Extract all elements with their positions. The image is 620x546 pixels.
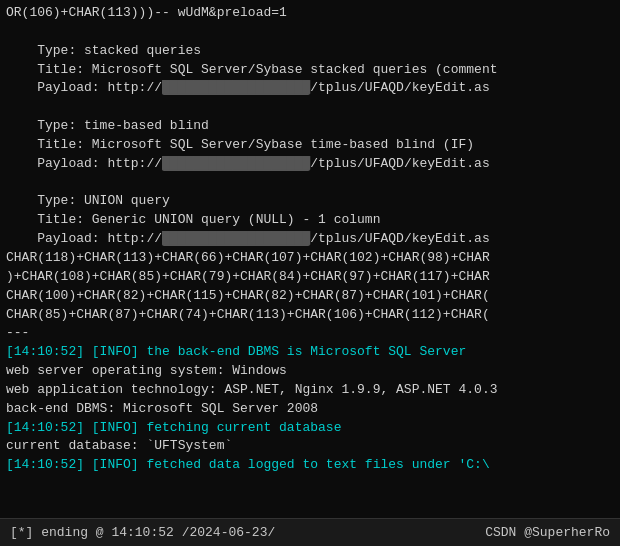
line-info-logged: [14:10:52] [INFO] fetched data logged to… bbox=[6, 456, 614, 475]
blurred-url-2: ███████████████████ bbox=[162, 156, 310, 171]
line-separator: --- bbox=[6, 324, 614, 343]
line-info-fetch-db: [14:10:52] [INFO] fetching current datab… bbox=[6, 419, 614, 438]
line-info-dbms: [14:10:52] [INFO] the back-end DBMS is M… bbox=[6, 343, 614, 362]
ending-text: [*] ending @ 14:10:52 /2024-06-23/ bbox=[10, 525, 275, 540]
line-char-4: CHAR(85)+CHAR(87)+CHAR(74)+CHAR(113)+CHA… bbox=[6, 306, 614, 325]
line-payload-stacked: Payload: http://███████████████████/tplu… bbox=[6, 79, 614, 98]
terminal-window: OR(106)+CHAR(113)))-- wUdM&preload=1 Typ… bbox=[0, 0, 620, 546]
line-char-1: CHAR(118)+CHAR(113)+CHAR(66)+CHAR(107)+C… bbox=[6, 249, 614, 268]
line-char-2: )+CHAR(108)+CHAR(85)+CHAR(79)+CHAR(84)+C… bbox=[6, 268, 614, 287]
line-type-union: Type: UNION query bbox=[6, 192, 614, 211]
line-blank-1 bbox=[6, 23, 614, 42]
line-title-stacked: Title: Microsoft SQL Server/Sybase stack… bbox=[6, 61, 614, 80]
watermark-text: CSDN @SuperherRo bbox=[485, 525, 610, 540]
line-backend-dbms: back-end DBMS: Microsoft SQL Server 2008 bbox=[6, 400, 614, 419]
line-1: OR(106)+CHAR(113)))-- wUdM&preload=1 bbox=[6, 4, 614, 23]
line-type-stacked: Type: stacked queries bbox=[6, 42, 614, 61]
line-app-tech: web application technology: ASP.NET, Ngi… bbox=[6, 381, 614, 400]
line-char-3: CHAR(100)+CHAR(82)+CHAR(115)+CHAR(82)+CH… bbox=[6, 287, 614, 306]
line-current-db: current database: `UFTSystem` bbox=[6, 437, 614, 456]
line-payload-timebased: Payload: http://███████████████████/tplu… bbox=[6, 155, 614, 174]
line-payload-union: Payload: http://███████████████████/tplu… bbox=[6, 230, 614, 249]
line-blank-3 bbox=[6, 174, 614, 193]
line-type-timebased: Type: time-based blind bbox=[6, 117, 614, 136]
terminal-content: OR(106)+CHAR(113)))-- wUdM&preload=1 Typ… bbox=[6, 4, 614, 494]
line-blank-2 bbox=[6, 98, 614, 117]
line-title-timebased: Title: Microsoft SQL Server/Sybase time-… bbox=[6, 136, 614, 155]
blurred-url-1: ███████████████████ bbox=[162, 80, 310, 95]
line-title-union: Title: Generic UNION query (NULL) - 1 co… bbox=[6, 211, 614, 230]
line-blank-4 bbox=[6, 475, 614, 494]
line-os: web server operating system: Windows bbox=[6, 362, 614, 381]
status-bar: [*] ending @ 14:10:52 /2024-06-23/ CSDN … bbox=[0, 518, 620, 546]
blurred-url-3: ███████████████████ bbox=[162, 231, 310, 246]
